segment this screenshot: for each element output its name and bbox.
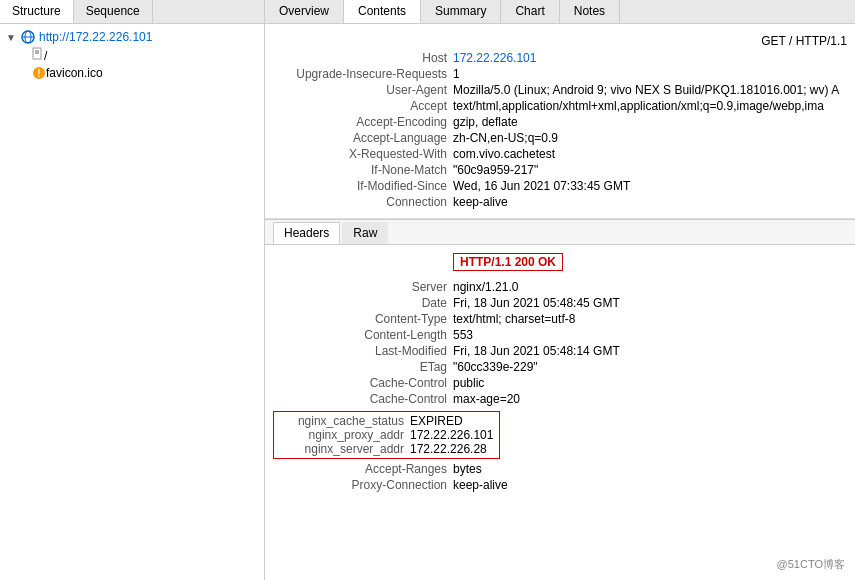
resp-cl-value: 553 [453, 328, 847, 342]
req-accept: Accept text/html,application/xhtml+xml,a… [273, 98, 847, 114]
tab-summary[interactable]: Summary [421, 0, 501, 23]
watermark: @51CTO博客 [777, 557, 845, 572]
resp-cl-key: Content-Length [273, 328, 453, 342]
resp-cc1-key: Cache-Control [273, 376, 453, 390]
req-useragent: User-Agent Mozilla/5.0 (Linux; Android 9… [273, 82, 847, 98]
req-upgrade: Upgrade-Insecure-Requests 1 [273, 66, 847, 82]
resp-pc-value: keep-alive [453, 478, 847, 492]
req-al-value: zh-CN,en-US;q=0.9 [453, 131, 847, 145]
right-tabs: Overview Contents Summary Chart Notes [265, 0, 855, 24]
tree-item-favicon[interactable]: ! favicon.ico [32, 65, 260, 81]
tab-chart[interactable]: Chart [501, 0, 559, 23]
warning-icon: ! [32, 66, 46, 80]
right-panel: Overview Contents Summary Chart Notes GE… [265, 0, 855, 580]
nginx-cache-value: EXPIRED [410, 414, 463, 428]
nginx-proxy-addr-row: nginx_proxy_addr 172.22.226.101 [280, 428, 493, 442]
tree-children: / ! favicon.ico [4, 46, 260, 81]
main-container: Structure Sequence ▼ http://172.22.226.1… [0, 0, 855, 580]
nginx-server-key: nginx_server_addr [280, 442, 410, 456]
req-al-key: Accept-Language [273, 131, 453, 145]
sub-tab-headers[interactable]: Headers [273, 222, 340, 244]
nginx-cache-status-row: nginx_cache_status EXPIRED [280, 414, 493, 428]
req-x-requested: X-Requested-With com.vivo.cachetest [273, 146, 847, 162]
resp-content-length: Content-Length 553 [273, 327, 847, 343]
resp-last-modified: Last-Modified Fri, 18 Jun 2021 05:48:14 … [273, 343, 847, 359]
favicon-label: favicon.ico [46, 66, 103, 80]
tab-sequence[interactable]: Sequence [74, 0, 153, 23]
tab-structure[interactable]: Structure [0, 0, 74, 23]
nginx-server-addr-row: nginx_server_addr 172.22.226.28 [280, 442, 493, 456]
sub-tabs: Headers Raw [265, 219, 855, 245]
req-ae-value: gzip, deflate [453, 115, 847, 129]
request-section: GET / HTTP/1.1 Host 172.22.226.101 Upgra… [265, 28, 855, 219]
req-accept-key: Accept [273, 99, 453, 113]
resp-etag-key: ETag [273, 360, 453, 374]
req-connection: Connection keep-alive [273, 194, 847, 210]
req-if-modified: If-Modified-Since Wed, 16 Jun 2021 07:33… [273, 178, 847, 194]
req-accept-language: Accept-Language zh-CN,en-US;q=0.9 [273, 130, 847, 146]
req-xr-key: X-Requested-With [273, 147, 453, 161]
req-accept-encoding: Accept-Encoding gzip, deflate [273, 114, 847, 130]
resp-server: Server nginx/1.21.0 [273, 279, 847, 295]
resp-lm-key: Last-Modified [273, 344, 453, 358]
req-host-key: Host [273, 51, 453, 65]
http-request-line: GET / HTTP/1.1 [273, 32, 847, 50]
resp-pc-key: Proxy-Connection [273, 478, 453, 492]
resp-server-key: Server [273, 280, 453, 294]
req-conn-value: keep-alive [453, 195, 847, 209]
req-conn-key: Connection [273, 195, 453, 209]
req-inm-value: "60c9a959-217" [453, 163, 847, 177]
req-xr-value: com.vivo.cachetest [453, 147, 847, 161]
nginx-server-value: 172.22.226.28 [410, 442, 487, 456]
resp-accept-ranges: Accept-Ranges bytes [273, 461, 847, 477]
left-panel: Structure Sequence ▼ http://172.22.226.1… [0, 0, 265, 580]
resp-etag-value: "60cc339e-229" [453, 360, 847, 374]
req-useragent-key: User-Agent [273, 83, 453, 97]
http-status-badge: HTTP/1.1 200 OK [453, 253, 563, 271]
nginx-highlight-box: nginx_cache_status EXPIRED nginx_proxy_a… [273, 411, 500, 459]
resp-date-key: Date [273, 296, 453, 310]
nginx-proxy-value: 172.22.226.101 [410, 428, 493, 442]
req-upgrade-key: Upgrade-Insecure-Requests [273, 67, 453, 81]
req-inm-key: If-None-Match [273, 163, 453, 177]
tree-item-slash[interactable]: / [32, 46, 260, 65]
resp-cc1-value: public [453, 376, 847, 390]
svg-text:!: ! [37, 68, 40, 79]
http-method: GET / HTTP/1.1 [761, 34, 847, 48]
globe-icon [20, 29, 36, 45]
content-area: GET / HTTP/1.1 Host 172.22.226.101 Upgra… [265, 24, 855, 580]
expand-icon: ▼ [4, 30, 18, 44]
resp-content-type: Content-Type text/html; charset=utf-8 [273, 311, 847, 327]
resp-lm-value: Fri, 18 Jun 2021 05:48:14 GMT [453, 344, 847, 358]
nginx-proxy-key: nginx_proxy_addr [280, 428, 410, 442]
req-accept-value: text/html,application/xhtml+xml,applicat… [453, 99, 847, 113]
resp-ar-key: Accept-Ranges [273, 462, 453, 476]
req-if-none-match: If-None-Match "60c9a959-217" [273, 162, 847, 178]
resp-date: Date Fri, 18 Jun 2021 05:48:45 GMT [273, 295, 847, 311]
resp-ct-value: text/html; charset=utf-8 [453, 312, 847, 326]
resp-cc2-key: Cache-Control [273, 392, 453, 406]
req-host-value: 172.22.226.101 [453, 51, 847, 65]
resp-ar-value: bytes [453, 462, 847, 476]
response-section: HTTP/1.1 200 OK Server nginx/1.21.0 Date… [265, 245, 855, 497]
sub-tab-raw[interactable]: Raw [342, 222, 388, 244]
req-im-key: If-Modified-Since [273, 179, 453, 193]
req-ae-key: Accept-Encoding [273, 115, 453, 129]
resp-proxy-connection: Proxy-Connection keep-alive [273, 477, 847, 493]
resp-etag: ETag "60cc339e-229" [273, 359, 847, 375]
file-icon [32, 47, 44, 64]
tab-contents[interactable]: Contents [344, 0, 421, 23]
resp-server-value: nginx/1.21.0 [453, 280, 847, 294]
root-label: http://172.22.226.101 [39, 30, 152, 44]
req-upgrade-value: 1 [453, 67, 847, 81]
req-im-value: Wed, 16 Jun 2021 07:33:45 GMT [453, 179, 847, 193]
req-useragent-value: Mozilla/5.0 (Linux; Android 9; vivo NEX … [453, 83, 847, 97]
nginx-cache-key: nginx_cache_status [280, 414, 410, 428]
tab-overview[interactable]: Overview [265, 0, 344, 23]
tree-content: ▼ http://172.22.226.101 [0, 24, 264, 580]
tree-root[interactable]: ▼ http://172.22.226.101 [4, 28, 260, 46]
tab-notes[interactable]: Notes [560, 0, 620, 23]
resp-date-value: Fri, 18 Jun 2021 05:48:45 GMT [453, 296, 847, 310]
resp-cc2-value: max-age=20 [453, 392, 847, 406]
left-tabs: Structure Sequence [0, 0, 264, 24]
